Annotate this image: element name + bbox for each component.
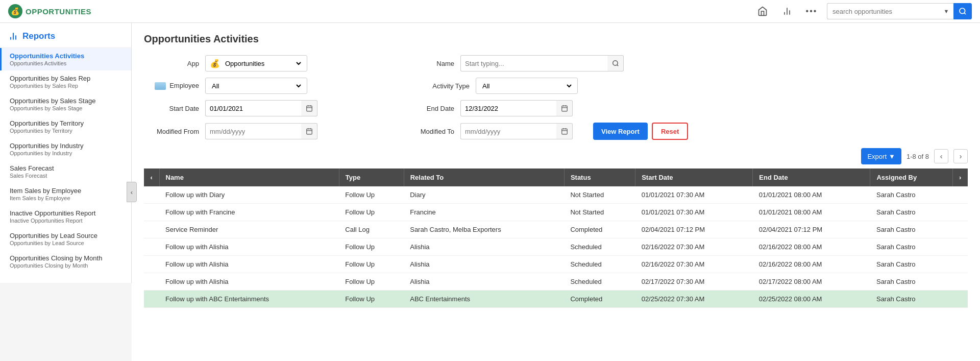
table-cell: Scheduled <box>564 256 635 273</box>
employee-label: Employee <box>144 82 205 90</box>
table-cell: 02/25/2022 08:00 AM <box>753 291 870 308</box>
svg-point-3 <box>960 8 965 14</box>
start-date-input[interactable] <box>205 100 301 116</box>
pagination-prev-button[interactable]: ‹ <box>934 149 948 163</box>
sidebar-header: Reports <box>0 23 131 48</box>
sidebar-item-item-sales-by-employee[interactable]: Item Sales by Employee Item Sales by Emp… <box>0 183 131 205</box>
sidebar-item-title: Opportunities by Sales Rep <box>10 75 123 82</box>
table-cell: Sarah Castro <box>870 221 952 238</box>
table-row: Follow up with AlishiaFollow UpAlishiaSc… <box>144 256 968 273</box>
export-button[interactable]: Export ▼ <box>861 148 901 164</box>
table-cell <box>144 238 159 256</box>
table-cell: Sarah Castro, Melba Exporters <box>404 221 564 238</box>
sidebar-item-sales-forecast[interactable]: Sales Forecast Sales Forecast <box>0 160 131 183</box>
sidebar-item-opportunities-activities[interactable]: Opportunities Activities Opportunities A… <box>0 48 131 70</box>
main-content: Opportunities Activities App 💰 Opportuni… <box>132 23 980 361</box>
table-cell: 01/01/2021 07:30 AM <box>635 186 753 204</box>
reset-button[interactable]: Reset <box>652 123 688 140</box>
modified-to-group <box>460 123 573 139</box>
table-row: Follow up with DiaryFollow UpDiaryNot St… <box>144 186 968 204</box>
search-submit-button[interactable] <box>953 3 972 19</box>
table-cell: 01/01/2021 08:00 AM <box>753 204 870 221</box>
sidebar-item-opportunities-by-sales-stage[interactable]: Opportunities by Sales Stage Opportuniti… <box>0 93 131 115</box>
col-name: Name <box>159 169 339 186</box>
svg-line-4 <box>964 13 966 14</box>
sidebar-item-title: Opportunities Activities <box>10 52 123 60</box>
end-date-calendar-button[interactable] <box>556 100 573 116</box>
home-button[interactable] <box>753 2 772 20</box>
table-cell <box>952 273 968 291</box>
name-input[interactable] <box>460 55 607 71</box>
modified-from-calendar-button[interactable] <box>301 123 317 139</box>
sidebar-item-opportunities-by-sales-rep[interactable]: Opportunities by Sales Rep Opportunities… <box>0 70 131 93</box>
table-cell: Follow Up <box>339 238 404 256</box>
sidebar-item-title: Item Sales by Employee <box>10 187 123 195</box>
table-row: Follow up with AlishiaFollow UpAlishiaSc… <box>144 238 968 256</box>
table-cell: Follow up with Alishia <box>159 238 339 256</box>
filter-row-employee-activity: Employee All Activity Type All <box>144 78 968 94</box>
table-cell: Follow up with Alishia <box>159 273 339 291</box>
modified-to-input[interactable] <box>460 123 556 139</box>
sidebar-item-opportunities-by-industry[interactable]: Opportunities by Industry Opportunities … <box>0 138 131 160</box>
end-date-input[interactable] <box>460 100 556 116</box>
employee-icon <box>155 82 166 90</box>
table-cell: Alishia <box>404 238 564 256</box>
modified-from-group <box>205 123 317 139</box>
sidebar-item-sub: Opportunities by Sales Stage <box>10 105 123 111</box>
modified-to-calendar-button[interactable] <box>556 123 573 139</box>
brand: 💰 OPPORTUNITIES <box>8 4 91 18</box>
table-cell <box>952 256 968 273</box>
employee-select-container[interactable]: All <box>205 78 307 94</box>
name-search-button[interactable] <box>607 55 624 71</box>
table-row: Follow up with AlishiaFollow UpAlishiaSc… <box>144 273 968 291</box>
col-type: Type <box>339 169 404 186</box>
table-cell: Scheduled <box>564 238 635 256</box>
svg-rect-14 <box>561 106 567 111</box>
sidebar-header-label: Reports <box>22 31 55 41</box>
col-next-button[interactable]: › <box>952 169 968 186</box>
pagination-info: 1-8 of 8 <box>906 153 929 160</box>
start-date-calendar-button[interactable] <box>301 100 317 116</box>
table-cell <box>144 221 159 238</box>
sidebar-collapse-button[interactable]: ‹ <box>127 182 137 202</box>
table-cell: Follow up with Diary <box>159 186 339 204</box>
sidebar-item-opportunities-by-territory[interactable]: Opportunities by Territory Opportunities… <box>0 115 131 138</box>
filter-row-start-end-date: Start Date En <box>144 100 968 116</box>
col-prev-button[interactable]: ‹ <box>144 169 159 186</box>
more-button[interactable]: ••• <box>802 2 821 20</box>
table-cell: 02/16/2022 07:30 AM <box>635 256 753 273</box>
table-cell: Follow Up <box>339 273 404 291</box>
search-dropdown-button[interactable]: ▼ <box>939 3 953 19</box>
sidebar-item-sub: Sales Forecast <box>10 173 123 179</box>
modified-from-label: Modified From <box>144 128 205 135</box>
table-cell: Scheduled <box>564 273 635 291</box>
activity-type-dropdown[interactable]: All <box>480 78 573 93</box>
app-dropdown[interactable]: Opportunities <box>223 56 303 71</box>
filter-row-modified: Modified From <box>144 123 968 140</box>
sidebar-item-inactive-opportunities-report[interactable]: Inactive Opportunities Report Inactive O… <box>0 205 131 228</box>
sidebar-item-title: Inactive Opportunities Report <box>10 209 123 217</box>
sidebar-item-title: Opportunities by Territory <box>10 119 123 127</box>
table-cell: Service Reminder <box>159 221 339 238</box>
app-select[interactable]: 💰 Opportunities <box>205 55 307 71</box>
table-cell: Follow Up <box>339 186 404 204</box>
sidebar-item-sub: Opportunities by Sales Rep <box>10 83 123 89</box>
start-date-group <box>205 100 317 116</box>
activity-type-select-container[interactable]: All <box>476 78 578 94</box>
table-cell: 02/25/2022 07:30 AM <box>635 291 753 308</box>
col-related-to: Related To <box>404 169 564 186</box>
action-buttons: View Report Reset <box>593 123 688 140</box>
table-cell: Follow up with Alishia <box>159 256 339 273</box>
sidebar-item-opportunities-closing-by-month[interactable]: Opportunities Closing by Month Opportuni… <box>0 250 131 273</box>
search-input[interactable] <box>827 3 939 19</box>
view-report-button[interactable]: View Report <box>593 123 648 140</box>
chart-button[interactable] <box>778 2 796 20</box>
svg-rect-22 <box>561 129 567 134</box>
sidebar-item-opportunities-by-lead-source[interactable]: Opportunities by Lead Source Opportuniti… <box>0 228 131 250</box>
table-cell: 02/04/2021 07:12 PM <box>635 221 753 238</box>
pagination-next-button[interactable]: › <box>953 149 968 163</box>
employee-dropdown[interactable]: All <box>210 78 303 93</box>
modified-from-input[interactable] <box>205 123 301 139</box>
sidebar-item-title: Sales Forecast <box>10 164 123 172</box>
table-cell: 02/04/2021 07:12 PM <box>753 221 870 238</box>
